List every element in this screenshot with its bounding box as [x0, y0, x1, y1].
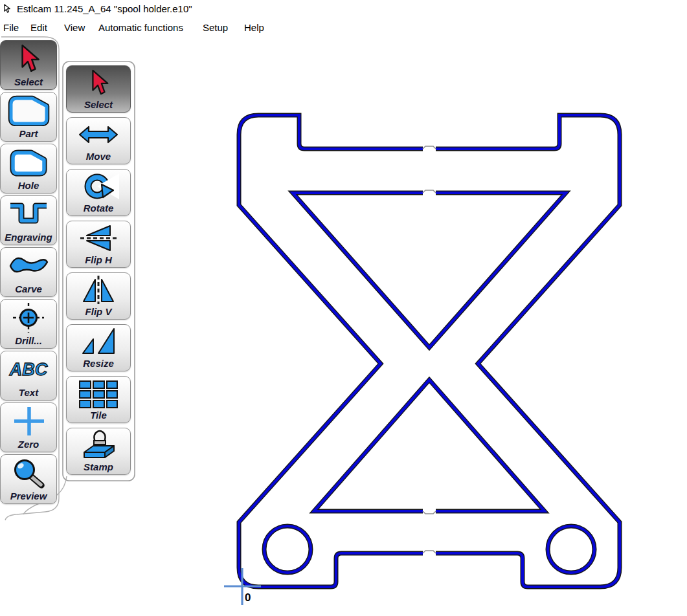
right-circle-hole-toolpath[interactable] [548, 526, 594, 573]
tool-text[interactable]: ABC Text [0, 351, 57, 401]
carve-icon [1, 248, 56, 283]
rotate-icon [67, 170, 130, 203]
holding-tabs [423, 144, 436, 558]
engraving-icon [1, 196, 56, 232]
move-icon [67, 118, 130, 151]
subtool-tile[interactable]: Tile [66, 376, 131, 423]
zero-point-marker: 0 [224, 568, 261, 605]
upper-triangle-hole-toolpath[interactable] [293, 193, 566, 347]
svg-text:ABC: ABC [9, 360, 48, 379]
tool-zero[interactable]: Zero [0, 402, 57, 452]
tool-part[interactable]: Part [0, 92, 57, 142]
left-circle-hole-toolpath[interactable] [264, 526, 311, 573]
part-icon [1, 93, 56, 128]
tool-engraving[interactable]: Engraving [0, 195, 57, 245]
drill-icon [1, 300, 56, 335]
tool-drill[interactable]: Drill... [0, 299, 57, 349]
select-cursor-icon [1, 41, 56, 76]
subtool-flip-h[interactable]: Flip H [66, 221, 131, 268]
zero-cross-icon [1, 403, 56, 439]
resize-icon [67, 325, 130, 358]
subtool-resize[interactable]: Resize [66, 324, 131, 371]
tool-select[interactable]: Select [0, 40, 57, 90]
tile-icon [67, 377, 130, 410]
subtool-rotate[interactable]: Rotate [66, 169, 131, 216]
tool-hole[interactable]: Hole [0, 144, 57, 193]
tool-carve[interactable]: Carve [0, 247, 57, 297]
flip-v-icon [67, 273, 130, 306]
select-cursor-icon [67, 66, 130, 99]
subtool-select[interactable]: Select [66, 65, 131, 113]
tool-preview[interactable]: Preview [0, 454, 57, 504]
subtool-stamp[interactable]: Stamp [66, 428, 131, 475]
subtool-flip-v[interactable]: Flip V [66, 272, 131, 320]
flip-h-icon [67, 221, 130, 254]
hole-icon [1, 144, 56, 180]
zero-point-label: 0 [245, 591, 251, 604]
subtool-move[interactable]: Move [66, 117, 131, 164]
preview-magnifier-icon [1, 455, 56, 490]
text-abc-icon: ABC [1, 351, 56, 387]
stamp-icon [67, 428, 130, 461]
